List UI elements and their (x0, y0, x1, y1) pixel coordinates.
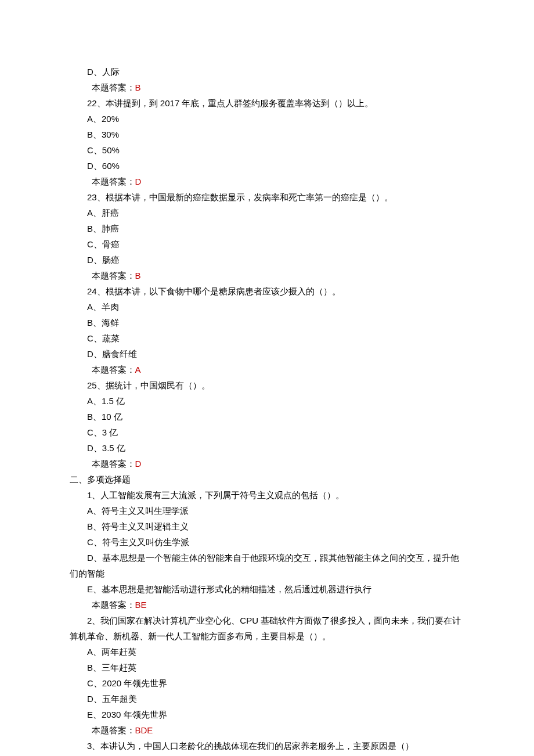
text-fragment: D、肠癌 (87, 255, 120, 265)
option-text: B、三年赶英 (70, 660, 464, 675)
option-text: B、海鲜 (70, 315, 464, 330)
option-text: D、60% (70, 158, 464, 174)
option-text: B、肺癌 (70, 221, 464, 236)
answer-line: 本题答案：BE (70, 597, 464, 613)
question-text: 2、我们国家在解决计算机产业空心化、CPU 基础软件方面做了很多投入，面向未来，… (70, 613, 464, 644)
text-fragment: A、1.5 亿 (87, 396, 125, 406)
question-text: 24、根据本讲，以下食物中哪个是糖尿病患者应该少摄入的（）。 (70, 283, 464, 299)
answer-value: BE (135, 600, 147, 610)
question-text: 25、据统计，中国烟民有（）。 (70, 377, 464, 393)
option-text: B、符号主义又叫逻辑主义 (70, 519, 464, 534)
text-fragment: A、羊肉 (87, 302, 119, 312)
option-text: C、50% (70, 142, 464, 158)
option-text: A、羊肉 (70, 299, 464, 315)
option-text: D、五年超美 (70, 691, 464, 707)
text-fragment: 本题答案： (92, 459, 135, 469)
text-fragment: 本题答案： (92, 365, 135, 375)
option-text: E、基本思想是把智能活动进行形式化的精细描述，然后通过机器进行执行 (70, 581, 464, 597)
text-fragment: E、基本思想是把智能活动进行形式化的精细描述，然后通过机器进行执行 (87, 584, 371, 594)
question-text: D、基本思想是一个智能主体的智能来自于他跟环境的交互，跟其他智能主体之间的交互，… (70, 550, 464, 581)
text-fragment: 1、人工智能发展有三大流派，下列属于符号主义观点的包括（）。 (87, 490, 344, 500)
text-fragment: C、骨癌 (87, 239, 120, 249)
option-text: C、符号主义又叫仿生学派 (70, 534, 464, 550)
option-text: C、蔬菜 (70, 330, 464, 346)
answer-line: 本题答案：A (70, 362, 464, 377)
text-fragment: C、蔬菜 (87, 333, 120, 343)
text-fragment: B、10 亿 (87, 412, 122, 422)
text-fragment: C、2020 年领先世界 (87, 678, 167, 688)
answer-value: D (135, 459, 142, 469)
text-fragment: D、人际 (87, 67, 120, 77)
option-text: E、2030 年领先世界 (70, 707, 464, 722)
option-text: A、符号主义又叫生理学派 (70, 503, 464, 519)
answer-line: 本题答案：B (70, 268, 464, 283)
text-fragment: 本题答案： (92, 82, 135, 92)
text-fragment: 2、我们国家在解决计算机产业空心化、CPU 基础软件方面做了很多投入，面向未来，… (70, 615, 461, 641)
option-text: C、2020 年领先世界 (70, 675, 464, 691)
text-fragment: 二、多项选择题 (70, 474, 131, 484)
option-text: D、膳食纤维 (70, 346, 464, 362)
text-fragment: 22、本讲提到，到 2017 年底，重点人群签约服务覆盖率将达到（）以上。 (87, 98, 373, 108)
text-fragment: B、三年赶英 (87, 663, 136, 672)
option-text: D、3.5 亿 (70, 440, 464, 456)
option-text: C、3 亿 (70, 424, 464, 440)
option-text: A、肝癌 (70, 205, 464, 221)
option-text: A、20% (70, 111, 464, 127)
text-fragment: D、基本思想是一个智能主体的智能来自于他跟环境的交互，跟其他智能主体之间的交互，… (70, 553, 459, 578)
answer-value: BDE (135, 725, 153, 735)
question-text: 22、本讲提到，到 2017 年底，重点人群签约服务覆盖率将达到（）以上。 (70, 95, 464, 111)
option-text: D、肠癌 (70, 252, 464, 268)
text-fragment: 本题答案： (92, 600, 135, 610)
answer-value: B (135, 82, 141, 92)
text-fragment: 本题答案： (92, 271, 135, 280)
answer-value: B (135, 271, 141, 280)
option-text: B、30% (70, 127, 464, 142)
text-fragment: D、膳食纤维 (87, 349, 137, 359)
question-text: 23、根据本讲，中国最新的癌症数据显示，发病率和死亡率第一的癌症是（）。 (70, 189, 464, 205)
text-fragment: E、2030 年领先世界 (87, 710, 167, 719)
option-text: A、两年赶英 (70, 644, 464, 660)
answer-line: 本题答案：B (70, 80, 464, 95)
text-fragment: A、20% (87, 114, 119, 124)
text-fragment: A、肝癌 (87, 208, 119, 218)
text-fragment: 本题答案： (92, 725, 135, 735)
text-fragment: 3、本讲认为，中国人口老龄化的挑战体现在我们的居家养老服务上，主要原因是（） (87, 741, 414, 751)
answer-line: 本题答案：D (70, 174, 464, 189)
question-text: 3、本讲认为，中国人口老龄化的挑战体现在我们的居家养老服务上，主要原因是（） (70, 738, 464, 754)
text-fragment: 本题答案： (92, 177, 135, 186)
text-fragment: C、50% (87, 145, 120, 155)
option-text: D、人际 (70, 64, 464, 80)
text-fragment: 25、据统计，中国烟民有（）。 (87, 380, 210, 390)
option-text: A、1.5 亿 (70, 393, 464, 409)
text-fragment: D、60% (87, 161, 120, 171)
text-fragment: B、肺癌 (87, 224, 119, 233)
document-page: D、人际本题答案：B22、本讲提到，到 2017 年底，重点人群签约服务覆盖率将… (0, 0, 534, 756)
text-fragment: 23、根据本讲，中国最新的癌症数据显示，发病率和死亡率第一的癌症是（）。 (87, 192, 393, 202)
question-text: 1、人工智能发展有三大流派，下列属于符号主义观点的包括（）。 (70, 487, 464, 503)
text-fragment: D、五年超美 (87, 694, 137, 704)
text-fragment: C、符号主义又叫仿生学派 (87, 537, 189, 547)
text-fragment: D、3.5 亿 (87, 443, 125, 453)
text-fragment: B、30% (87, 129, 119, 139)
option-text: C、骨癌 (70, 236, 464, 252)
text-fragment: B、海鲜 (87, 318, 119, 327)
text-fragment: 24、根据本讲，以下食物中哪个是糖尿病患者应该少摄入的（）。 (87, 286, 341, 296)
answer-value: A (135, 365, 141, 375)
answer-value: D (135, 177, 142, 186)
text-fragment: A、符号主义又叫生理学派 (87, 506, 189, 516)
option-text: B、10 亿 (70, 409, 464, 424)
answer-line: 本题答案：D (70, 456, 464, 471)
text-fragment: C、3 亿 (87, 427, 118, 437)
section-heading: 二、多项选择题 (70, 471, 464, 487)
text-fragment: B、符号主义又叫逻辑主义 (87, 521, 189, 531)
answer-line: 本题答案：BDE (70, 722, 464, 738)
text-fragment: A、两年赶英 (87, 647, 136, 657)
